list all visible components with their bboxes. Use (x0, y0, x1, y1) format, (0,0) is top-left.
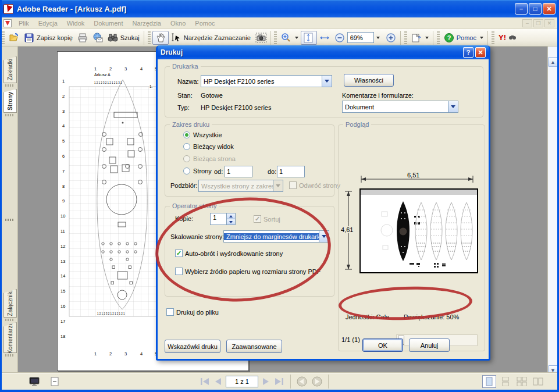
toolbar-separator (144, 31, 144, 45)
zoom-out-button[interactable] (332, 31, 347, 44)
menu-dokument[interactable]: Dokument (89, 19, 127, 28)
printing-tips-button[interactable]: Wskazówki druku (165, 340, 220, 353)
combo-dropdown-button[interactable] (448, 101, 458, 112)
doc-minimize-button[interactable]: – (522, 19, 532, 27)
email-button[interactable] (90, 31, 105, 44)
row-number: 4 (62, 123, 65, 129)
toolbar-grip[interactable] (2, 31, 5, 44)
menu-pomoc[interactable]: Pomoc (190, 19, 219, 28)
sidebar-tab-strony[interactable]: Strony (3, 89, 17, 113)
camera-icon (255, 33, 266, 43)
search-button[interactable]: Szukaj (105, 31, 142, 44)
zoom-in-button[interactable] (383, 31, 398, 44)
toolbar-grip[interactable] (148, 31, 151, 44)
range-pages-radio[interactable] (183, 168, 190, 174)
doc-restore-button[interactable]: ❐ (533, 19, 543, 27)
ok-button[interactable]: OK (362, 338, 403, 352)
spin-down-button[interactable] (227, 219, 235, 224)
dialog-help-button[interactable]: ? (463, 47, 473, 58)
sheet-label: Arkusz A (94, 73, 111, 77)
fit-page-button[interactable] (301, 31, 317, 45)
print-to-file-checkbox[interactable] (166, 308, 174, 316)
combo-dropdown-button[interactable] (322, 76, 332, 87)
pages-from-label: od: (214, 168, 223, 175)
hand-tool-button[interactable] (152, 31, 169, 45)
previous-page-button[interactable] (214, 377, 222, 386)
menu-narzedzia[interactable]: Narzędzia (127, 19, 166, 28)
scroll-up-button[interactable]: ▲ (548, 57, 558, 67)
combo-dropdown-button[interactable] (273, 180, 283, 191)
yahoo-toolbar-button[interactable]: Y! (496, 31, 519, 44)
doc-close-button[interactable]: ✕ (544, 19, 554, 27)
menu-plik[interactable]: Plik (14, 19, 34, 28)
zoom-level-input[interactable] (347, 32, 374, 43)
range-current-page-radio[interactable] (183, 155, 190, 162)
single-page-layout-button[interactable] (482, 375, 496, 388)
row-number: 3 (62, 109, 65, 114)
last-page-button[interactable] (273, 377, 285, 386)
sidebar-splitter-handle[interactable] (5, 219, 15, 221)
select-tool-label: Narzędzie Zaznaczanie (184, 34, 251, 41)
advanced-button[interactable]: Zaawansowane (226, 340, 282, 353)
first-page-button[interactable] (199, 377, 211, 386)
page-scaling-combobox[interactable]: Zmniejsz do marginesów drukarki (223, 230, 329, 243)
range-all-radio[interactable] (183, 131, 190, 138)
dialog-close-button[interactable]: ✕ (475, 47, 486, 58)
select-tool-button[interactable]: Narzędzie Zaznaczanie (169, 31, 253, 44)
collate-checkbox[interactable]: ✓ (254, 215, 261, 223)
zoom-in-tool-button[interactable] (279, 31, 301, 44)
facing-layout-button[interactable] (531, 375, 545, 388)
print-button[interactable] (75, 31, 90, 44)
page-indicator-box[interactable]: 1 z 1 (226, 376, 258, 387)
fit-width-button[interactable] (317, 31, 332, 44)
printer-name-combobox[interactable]: HP Deskjet F2100 series (201, 75, 332, 87)
save-copy-button[interactable]: Zapisz kopię (22, 31, 75, 44)
page-size-button[interactable] (47, 375, 62, 388)
minimize-button[interactable]: – (515, 3, 528, 15)
vertical-scrollbar[interactable]: ▲ ▼ (547, 47, 557, 375)
screen-mode-button[interactable] (26, 375, 41, 388)
copies-spinner[interactable]: 1 (210, 213, 236, 225)
toolbar-grip[interactable] (437, 31, 440, 44)
sidebar-tab-komentarze[interactable]: Komentarze (3, 322, 17, 353)
maximize-button[interactable]: □ (529, 3, 542, 15)
toolbar-grip[interactable] (404, 31, 407, 44)
next-view-button[interactable] (311, 376, 323, 387)
sidebar-tab-zalaczniki[interactable]: Załączniki (3, 289, 17, 318)
range-current-view-radio[interactable] (183, 143, 190, 150)
paper-source-checkbox[interactable] (175, 268, 183, 275)
snapshot-button[interactable] (253, 31, 268, 44)
page-display-dropdown-arrow[interactable] (425, 37, 429, 39)
print-range-legend: Zakres druku (170, 121, 212, 128)
continuous-facing-layout-button[interactable] (515, 375, 529, 388)
subset-combobox[interactable]: Wszystkie strony z zakresu (198, 180, 283, 192)
open-button[interactable] (6, 31, 22, 44)
menu-okno[interactable]: Okno (166, 19, 190, 28)
zoom-tool-dropdown-arrow[interactable] (295, 37, 298, 39)
range-pages-label: Strony (193, 168, 212, 174)
help-dropdown-arrow[interactable] (480, 37, 483, 39)
toolbar-grip[interactable] (492, 31, 494, 44)
cancel-button[interactable]: Anuluj (409, 338, 450, 352)
range-all-label: Wszystkie (193, 131, 222, 138)
help-button[interactable]: ? Pomoc (441, 31, 486, 44)
continuous-layout-button[interactable] (499, 375, 512, 388)
previous-view-button[interactable] (296, 376, 308, 387)
pages-to-input[interactable] (277, 166, 305, 177)
pages-from-input[interactable] (225, 166, 252, 177)
page-display-button[interactable] (409, 31, 431, 44)
toolbar-grip[interactable] (274, 31, 277, 44)
menu-widok[interactable]: Widok (62, 19, 90, 28)
next-page-button[interactable] (262, 377, 270, 386)
tick-row: 1 2 1 2 3 2 1 2 1 2 1 3 1 (94, 81, 122, 84)
reverse-pages-checkbox[interactable] (289, 181, 297, 189)
sidebar-tab-zakladki[interactable]: Zakładki (3, 56, 17, 83)
zoom-level-dropdown-arrow[interactable] (376, 37, 380, 39)
comments-forms-combobox[interactable]: Dokument (342, 101, 458, 113)
properties-button[interactable]: Własności (344, 74, 394, 87)
menu-edycja[interactable]: Edycja (34, 19, 62, 28)
close-button[interactable]: ✕ (543, 3, 556, 15)
spin-up-button[interactable] (227, 213, 235, 219)
autorotate-checkbox[interactable]: ✓ (175, 250, 183, 257)
combo-dropdown-button[interactable] (319, 231, 329, 242)
